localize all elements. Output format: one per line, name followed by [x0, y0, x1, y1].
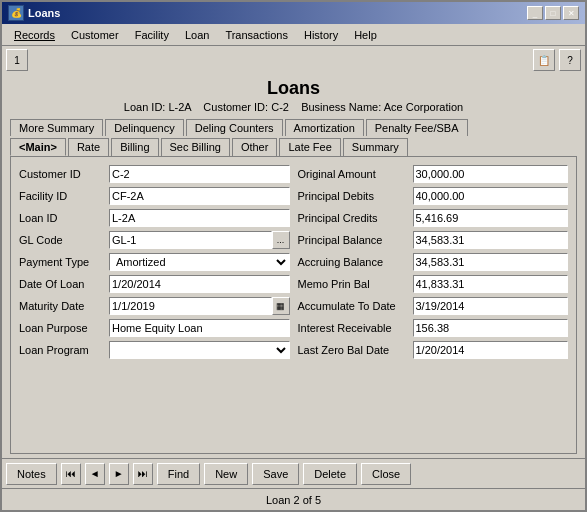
menu-facility[interactable]: Facility [127, 27, 177, 43]
bottom-toolbar: Notes ⏮ ◄ ► ⏭ Find New Save Delete Close [2, 458, 585, 488]
minimize-button[interactable]: _ [527, 6, 543, 20]
interest-receivable-input[interactable] [413, 319, 569, 337]
customer-id-input[interactable] [109, 165, 290, 183]
menu-records[interactable]: Records [6, 27, 63, 43]
save-button[interactable]: Save [252, 463, 299, 485]
customer-id-value: C-2 [271, 101, 289, 113]
principal-credits-label: Principal Credits [298, 212, 413, 224]
date-of-loan-row: Date Of Loan [19, 275, 290, 293]
loan-program-select[interactable] [109, 341, 290, 359]
delete-button[interactable]: Delete [303, 463, 357, 485]
memo-prin-bal-label: Memo Prin Bal [298, 278, 413, 290]
tab-summary[interactable]: Summary [343, 138, 408, 156]
loan-id-input[interactable] [109, 209, 290, 227]
payment-type-wrapper: Amortized Interest Only Fixed Principal [109, 253, 290, 271]
maturity-date-wrapper: ▦ [109, 297, 290, 315]
gl-code-input[interactable] [109, 231, 272, 249]
page-title: Loans [10, 74, 577, 101]
loan-id-label: Loan ID: [124, 101, 166, 113]
payment-type-select[interactable]: Amortized Interest Only Fixed Principal [109, 253, 290, 271]
maturity-date-picker-button[interactable]: ▦ [272, 297, 290, 315]
gl-code-browse-button[interactable]: ... [272, 231, 290, 249]
tab-penalty-fee-sba[interactable]: Penalty Fee/SBA [366, 119, 468, 136]
window-title: Loans [28, 7, 527, 19]
business-name-value: Ace Corporation [384, 101, 464, 113]
tab-late-fee[interactable]: Late Fee [279, 138, 340, 156]
principal-debits-row: Principal Debits [298, 187, 569, 205]
date-of-loan-input[interactable] [109, 275, 290, 293]
tab-other[interactable]: Other [232, 138, 278, 156]
interest-receivable-row: Interest Receivable [298, 319, 569, 337]
maturity-date-row: Maturity Date ▦ [19, 297, 290, 315]
loan-program-row: Loan Program [19, 341, 290, 359]
maximize-button[interactable]: □ [545, 6, 561, 20]
menu-bar: Records Customer Facility Loan Transacti… [2, 24, 585, 46]
main-content: Loans Loan ID: L-2A Customer ID: C-2 Bus… [2, 74, 585, 458]
accumulate-to-date-input[interactable] [413, 297, 569, 315]
tab-delinquency[interactable]: Delinquency [105, 119, 184, 136]
tab-deling-counters[interactable]: Deling Counters [186, 119, 283, 136]
close-window-button[interactable]: ✕ [563, 6, 579, 20]
first-record-button[interactable]: ⏮ [61, 463, 81, 485]
memo-prin-bal-row: Memo Prin Bal [298, 275, 569, 293]
main-window: 💰 Loans _ □ ✕ Records Customer Facility … [0, 0, 587, 512]
accruing-balance-row: Accruing Balance [298, 253, 569, 271]
tab-content: Customer ID Facility ID Loan ID GL Code [10, 156, 577, 454]
principal-debits-input[interactable] [413, 187, 569, 205]
menu-help[interactable]: Help [346, 27, 385, 43]
memo-prin-bal-input[interactable] [413, 275, 569, 293]
close-button[interactable]: Close [361, 463, 411, 485]
notes-button[interactable]: Notes [6, 463, 57, 485]
next-record-button[interactable]: ► [109, 463, 129, 485]
menu-customer[interactable]: Customer [63, 27, 127, 43]
loan-purpose-label: Loan Purpose [19, 322, 109, 334]
loan-program-label: Loan Program [19, 344, 109, 356]
tab-billing[interactable]: Billing [111, 138, 158, 156]
copy-button[interactable]: 📋 [533, 49, 555, 71]
prev-record-button[interactable]: ◄ [85, 463, 105, 485]
gl-code-label: GL Code [19, 234, 109, 246]
loan-id-value: L-2A [168, 101, 191, 113]
customer-id-label: Customer ID: [203, 101, 268, 113]
original-amount-row: Original Amount [298, 165, 569, 183]
tab-more-summary[interactable]: More Summary [10, 119, 103, 136]
tab-main[interactable]: <Main> [10, 138, 66, 156]
back-button[interactable]: 1 [6, 49, 28, 71]
new-button[interactable]: New [204, 463, 248, 485]
principal-balance-input[interactable] [413, 231, 569, 249]
toolbar: 1 📋 ? [2, 46, 585, 74]
title-bar: 💰 Loans _ □ ✕ [2, 2, 585, 24]
payment-type-row: Payment Type Amortized Interest Only Fix… [19, 253, 290, 271]
accruing-balance-label: Accruing Balance [298, 256, 413, 268]
status-bar: Loan 2 of 5 [2, 488, 585, 510]
payment-type-label: Payment Type [19, 256, 109, 268]
tab-amortization[interactable]: Amortization [285, 119, 364, 136]
last-zero-bal-date-input[interactable] [413, 341, 569, 359]
business-name-label: Business Name: [301, 101, 381, 113]
facility-id-row: Facility ID [19, 187, 290, 205]
help-button[interactable]: ? [559, 49, 581, 71]
form-columns: Customer ID Facility ID Loan ID GL Code [19, 165, 568, 363]
loan-purpose-input[interactable] [109, 319, 290, 337]
right-column: Original Amount Principal Debits Princip… [298, 165, 569, 363]
accruing-balance-input[interactable] [413, 253, 569, 271]
last-zero-bal-date-row: Last Zero Bal Date [298, 341, 569, 359]
menu-transactions[interactable]: Transactions [217, 27, 296, 43]
tab-rate[interactable]: Rate [68, 138, 109, 156]
maturity-date-input[interactable] [109, 297, 272, 315]
original-amount-input[interactable] [413, 165, 569, 183]
menu-loan[interactable]: Loan [177, 27, 217, 43]
menu-history[interactable]: History [296, 27, 346, 43]
last-record-button[interactable]: ⏭ [133, 463, 153, 485]
maturity-date-label: Maturity Date [19, 300, 109, 312]
original-amount-label: Original Amount [298, 168, 413, 180]
last-zero-bal-date-label: Last Zero Bal Date [298, 344, 413, 356]
find-button[interactable]: Find [157, 463, 200, 485]
facility-id-input[interactable] [109, 187, 290, 205]
window-icon: 💰 [8, 5, 24, 21]
principal-credits-input[interactable] [413, 209, 569, 227]
window-controls: _ □ ✕ [527, 6, 579, 20]
customer-id-field-label: Customer ID [19, 168, 109, 180]
loan-program-wrapper [109, 341, 290, 359]
tab-sec-billing[interactable]: Sec Billing [161, 138, 230, 156]
